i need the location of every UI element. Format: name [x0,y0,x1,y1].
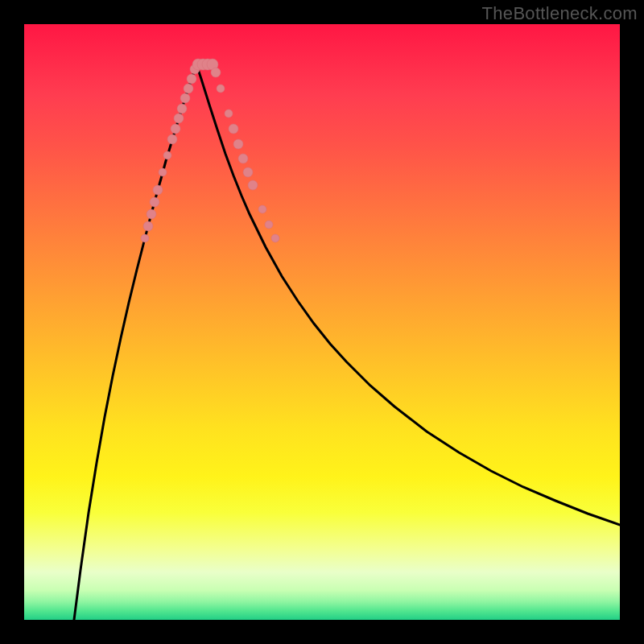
plot-area [24,24,620,620]
data-marker [248,180,258,190]
data-marker [229,124,238,134]
watermark-text: TheBottleneck.com [482,3,638,24]
data-marker [217,85,225,93]
data-marker [187,74,196,84]
curve-right-branch [196,64,620,525]
data-marker [243,167,253,177]
data-marker [265,221,273,229]
data-marker [177,104,187,114]
data-marker [211,68,221,77]
data-marker [258,205,266,213]
data-marker [153,185,163,195]
chart-frame: TheBottleneck.com [0,0,644,644]
data-marker [180,93,190,103]
curve-left-branch [74,64,196,620]
data-marker [163,151,171,159]
data-marker [143,221,153,231]
data-marker [174,114,184,123]
data-marker [141,234,149,242]
curve-data-markers [141,59,279,242]
data-marker [225,109,233,118]
curve-svg-layer [24,24,620,620]
data-marker [233,139,243,149]
data-marker [184,84,193,93]
data-marker [171,124,180,134]
data-marker [159,168,167,176]
data-marker [271,234,279,242]
data-marker [150,197,159,207]
data-marker [147,209,156,219]
data-marker [238,154,248,163]
data-marker [167,134,177,144]
